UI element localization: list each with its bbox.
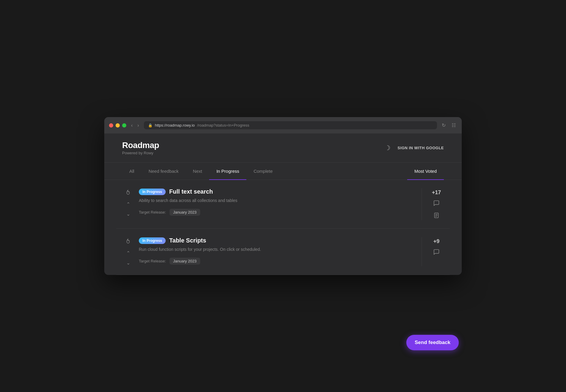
dark-mode-icon[interactable]: ☽ xyxy=(385,144,391,152)
target-label: Target Release: xyxy=(139,210,166,214)
comment-svg xyxy=(433,249,440,255)
nav-tabs: All Need feedback Next In Progress Compl… xyxy=(104,163,462,180)
item-title-row: In Progress Table Scripts xyxy=(139,237,414,244)
tab-complete[interactable]: Complete xyxy=(246,163,280,180)
tab-all[interactable]: All xyxy=(122,163,142,180)
item-title-row: In Progress Full text search xyxy=(139,188,414,195)
forward-button[interactable]: › xyxy=(136,122,140,129)
browser-chrome: ‹ › 🔒 https://roadmap.rowy.io /roadmap?s… xyxy=(104,117,462,133)
item-meta: Target Release: January 2023 xyxy=(139,258,414,265)
vote-count: +17 xyxy=(432,189,441,196)
vote-up-button[interactable]: ⌃ xyxy=(126,201,131,208)
comment-svg xyxy=(433,200,440,206)
minimize-button[interactable] xyxy=(116,123,120,127)
tab-need-feedback[interactable]: Need feedback xyxy=(142,163,186,180)
item-title: Table Scripts xyxy=(169,237,206,244)
brand-area: Roadmap Powered by Rowy xyxy=(122,141,159,155)
fire-svg xyxy=(125,238,131,245)
send-feedback-button[interactable]: Send feedback xyxy=(406,335,459,350)
sign-in-button[interactable]: SIGN IN WITH GOOGLE xyxy=(398,146,444,150)
page-content: Roadmap Powered by Rowy ☽ SIGN IN WITH G… xyxy=(104,133,462,275)
item-description: Run cloud function scripts for your proj… xyxy=(139,247,414,252)
fire-icon xyxy=(125,189,131,198)
close-button[interactable] xyxy=(109,123,113,127)
roadmap-item: ⌃ ⌄ In Progress Full text search Ability… xyxy=(116,180,450,229)
vote-up-button[interactable]: ⌃ xyxy=(126,250,131,256)
status-badge: In Progress xyxy=(139,237,166,244)
item-description: Ability to search data across all collec… xyxy=(139,198,414,203)
address-bar[interactable]: 🔒 https://roadmap.rowy.io /roadmap?statu… xyxy=(144,121,437,129)
header-right: ☽ SIGN IN WITH GOOGLE xyxy=(385,144,444,152)
url-base: https://roadmap.rowy.io xyxy=(155,123,195,127)
status-badge: In Progress xyxy=(139,189,166,195)
tab-most-voted[interactable]: Most Voted xyxy=(407,163,444,180)
browser-actions: ↻ ☷ xyxy=(441,122,457,129)
fire-svg xyxy=(125,189,131,196)
comment-icon[interactable] xyxy=(433,249,440,257)
item-right: +9 xyxy=(429,237,444,257)
target-label: Target Release: xyxy=(139,259,166,263)
item-body: In Progress Full text search Ability to … xyxy=(139,188,414,216)
vote-down-button[interactable]: ⌄ xyxy=(126,259,131,266)
item-controls-left: ⌃ ⌄ xyxy=(122,237,134,266)
divider xyxy=(422,237,422,266)
checklist-icon[interactable] xyxy=(433,212,440,220)
roadmap-item: ⌃ ⌄ In Progress Table Scripts Run cloud … xyxy=(116,229,450,275)
checklist-svg xyxy=(433,212,440,219)
vote-count: +9 xyxy=(433,238,440,245)
site-header: Roadmap Powered by Rowy ☽ SIGN IN WITH G… xyxy=(104,133,462,163)
item-body: In Progress Table Scripts Run cloud func… xyxy=(139,237,414,265)
item-right: +17 xyxy=(429,188,444,220)
target-date: January 2023 xyxy=(170,209,200,216)
item-title: Full text search xyxy=(169,188,213,195)
divider xyxy=(422,188,422,220)
traffic-lights xyxy=(109,123,126,127)
target-date: January 2023 xyxy=(170,258,200,265)
item-meta: Target Release: January 2023 xyxy=(139,209,414,216)
lock-icon: 🔒 xyxy=(148,123,153,127)
nav-buttons: ‹ › xyxy=(130,122,140,129)
tab-in-progress[interactable]: In Progress xyxy=(209,163,246,180)
fire-icon xyxy=(125,238,131,247)
comment-icon[interactable] xyxy=(433,200,440,208)
reload-button[interactable]: ↻ xyxy=(441,122,447,129)
url-path: /roadmap?status=In+Progress xyxy=(197,123,249,127)
tab-grid-button[interactable]: ☷ xyxy=(450,122,457,129)
vote-down-button[interactable]: ⌄ xyxy=(126,211,131,217)
maximize-button[interactable] xyxy=(122,123,126,127)
brand-subtitle: Powered by Rowy xyxy=(122,151,159,155)
items-list: ⌃ ⌄ In Progress Full text search Ability… xyxy=(104,180,462,275)
browser-window: ‹ › 🔒 https://roadmap.rowy.io /roadmap?s… xyxy=(104,117,462,275)
brand-title: Roadmap xyxy=(122,141,159,150)
back-button[interactable]: ‹ xyxy=(130,122,134,129)
tab-next[interactable]: Next xyxy=(186,163,209,180)
item-controls-left: ⌃ ⌄ xyxy=(122,188,134,217)
